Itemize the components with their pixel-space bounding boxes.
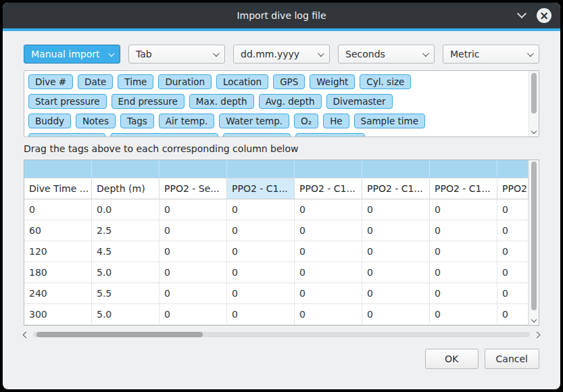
units-dropdown[interactable]: Metric <box>443 45 539 64</box>
column-drop-target[interactable] <box>430 160 497 178</box>
table-cell: 0 <box>160 199 227 220</box>
chevron-down-icon[interactable] <box>517 9 527 18</box>
tag-location[interactable]: Location <box>216 74 268 89</box>
table-cell: 0 <box>160 241 227 262</box>
table-cell: 0 <box>497 304 529 324</box>
tag-row: Sample depthSample temperatureSample pO₂… <box>28 133 523 137</box>
table-scrollbar[interactable] <box>529 160 539 325</box>
table-cell: 0 <box>227 199 295 220</box>
table-cell: 0 <box>430 304 497 324</box>
table-cell: 120 <box>24 241 92 262</box>
duration-format-dropdown[interactable]: Seconds <box>338 45 435 64</box>
preview-table-body: Dive Time ...Depth (m)PPO2 - Se...PPO2 -… <box>24 160 529 325</box>
table-cell: 0 <box>362 283 430 303</box>
tag-dive[interactable]: Dive # <box>28 74 73 89</box>
tag-end-pressure[interactable]: End pressure <box>112 94 185 109</box>
import-options-row: Manual import Tab dd.mm.yyyy Seconds Met… <box>24 45 539 64</box>
table-cell: 5.5 <box>92 283 160 303</box>
column-header: Depth (m) <box>92 178 160 199</box>
column-drop-target[interactable] <box>295 160 362 178</box>
tag-sample-po[interactable]: Sample pO₂ <box>223 133 291 137</box>
scrollbar-thumb[interactable] <box>36 332 203 337</box>
table-cell: 0 <box>295 262 362 283</box>
table-cell: 0 <box>430 262 497 283</box>
drop-target-row <box>24 160 529 178</box>
column-drop-target[interactable] <box>92 160 160 178</box>
table-cell: 0 <box>227 241 295 262</box>
table-cell: 240 <box>24 283 92 303</box>
preview-table: Dive Time ...Depth (m)PPO2 - Se...PPO2 -… <box>24 160 539 326</box>
import-mode-value: Manual import <box>31 49 100 59</box>
ok-button[interactable]: OK <box>425 349 479 369</box>
table-header-row: Dive Time ...Depth (m)PPO2 - Se...PPO2 -… <box>24 178 529 199</box>
table-cell: 0 <box>497 220 529 241</box>
tag-avg-depth[interactable]: Avg. depth <box>259 94 322 109</box>
close-button[interactable]: × <box>537 8 552 23</box>
tag-divemaster[interactable]: Divemaster <box>326 94 393 109</box>
tag-weight[interactable]: Weight <box>310 74 355 89</box>
separator-dropdown[interactable]: Tab <box>128 45 225 64</box>
tag-buddy[interactable]: Buddy <box>28 114 71 128</box>
titlebar[interactable]: Import dive log file × <box>3 3 560 28</box>
table-cell: 60 <box>24 220 92 241</box>
tag-sample-depth[interactable]: Sample depth <box>28 133 105 137</box>
scroll-down-arrow-icon[interactable] <box>531 128 537 134</box>
horizontal-scrollbar[interactable] <box>24 330 539 339</box>
column-drop-target[interactable] <box>227 160 295 178</box>
column-drop-target[interactable] <box>24 160 92 178</box>
scrollbar-thumb[interactable] <box>531 162 537 310</box>
units-value: Metric <box>450 49 480 59</box>
tag-row: Dive #DateTimeDurationLocationGPSWeightC… <box>28 74 523 89</box>
import-mode-dropdown[interactable]: Manual import <box>24 45 120 64</box>
tag-cyl-size[interactable]: Cyl. size <box>360 74 411 89</box>
tag-pool: Dive #DateTimeDurationLocationGPSWeightC… <box>24 70 539 137</box>
chevron-down-icon <box>422 50 429 57</box>
column-drop-target[interactable] <box>362 160 430 178</box>
horizontal-scrollbar-track[interactable] <box>33 332 530 337</box>
table-cell: 300 <box>24 304 92 324</box>
table-cell: 0 <box>227 220 295 241</box>
column-header: PPO2 - C1... <box>430 178 497 199</box>
scroll-down-arrow-icon[interactable] <box>531 317 537 322</box>
tag-sample-cns[interactable]: Sample CNS <box>295 133 365 137</box>
tag-pool-scrollbar[interactable] <box>529 71 539 137</box>
scrollbar-thumb[interactable] <box>531 73 537 114</box>
tag-row: Start pressureEnd pressureMax. depthAvg.… <box>28 94 523 109</box>
table-cell: 0 <box>24 199 92 220</box>
chevron-down-icon <box>527 50 534 57</box>
date-format-dropdown[interactable]: dd.mm.yyyy <box>233 45 330 64</box>
duration-format-value: Seconds <box>345 49 385 59</box>
tag-tags[interactable]: Tags <box>120 114 154 128</box>
column-drop-target[interactable] <box>160 160 227 178</box>
tag-notes[interactable]: Notes <box>76 114 116 128</box>
table-cell: 0 <box>227 304 295 324</box>
table-row: 602.5000000 <box>24 220 529 241</box>
tag-sample-time[interactable]: Sample time <box>354 114 425 128</box>
column-drop-target[interactable] <box>497 160 529 178</box>
scroll-left-arrow-icon[interactable] <box>23 331 30 338</box>
table-cell: 0 <box>430 199 497 220</box>
tag-gps[interactable]: GPS <box>273 74 305 89</box>
table-cell: 0 <box>295 220 362 241</box>
scroll-right-arrow-icon[interactable] <box>534 331 541 338</box>
tag-sample-temperature[interactable]: Sample temperature <box>110 133 218 137</box>
cancel-button[interactable]: Cancel <box>485 349 539 369</box>
tag-max-depth[interactable]: Max. depth <box>189 94 254 109</box>
table-cell: 2.5 <box>92 220 160 241</box>
tag-water-temp[interactable]: Water temp. <box>219 114 289 128</box>
tag-air-temp[interactable]: Air temp. <box>159 114 214 128</box>
column-header: PPO2 - C1... <box>362 178 430 199</box>
table-cell: 0 <box>430 241 497 262</box>
tag-duration[interactable]: Duration <box>158 74 212 89</box>
tag-time[interactable]: Time <box>118 74 153 89</box>
tag-row: BuddyNotesTagsAir temp.Water temp.O₂HeSa… <box>28 114 523 128</box>
tag-date[interactable]: Date <box>78 74 113 89</box>
tag-he[interactable]: He <box>323 114 349 128</box>
table-cell: 0 <box>362 220 430 241</box>
tag-start-pressure[interactable]: Start pressure <box>28 94 107 109</box>
tag-list: Dive #DateTimeDurationLocationGPSWeightC… <box>24 71 527 137</box>
window-title: Import dive log file <box>237 10 326 21</box>
table-cell: 0 <box>362 241 430 262</box>
table-cell: 0 <box>497 262 529 283</box>
tag-o[interactable]: O₂ <box>294 114 318 128</box>
